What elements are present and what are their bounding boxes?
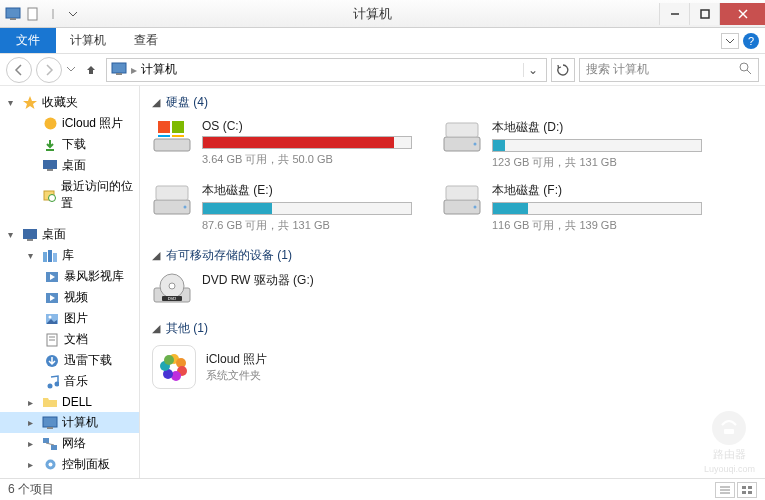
sidebar-library[interactable]: ▾ 库 [0,245,139,266]
section-other[interactable]: ◢ 其他 (1) [152,320,753,337]
expand-icon[interactable]: ▸ [28,417,38,428]
sidebar-network[interactable]: ▸ 网络 [0,433,139,454]
close-button[interactable] [719,3,765,25]
music-icon [44,374,60,390]
sidebar-fav-item[interactable]: 桌面 [0,155,139,176]
sidebar-control-panel[interactable]: ▸ 控制面板 [0,454,139,475]
drive-usage-bar [492,202,702,215]
drive-name: 本地磁盘 (D:) [492,119,702,136]
watermark: 路由器 Luyouqi.com [704,411,755,474]
download-icon [42,137,58,153]
menu-view[interactable]: 查看 [120,28,172,53]
svg-rect-36 [43,417,57,427]
download-icon [44,353,60,369]
photo-icon [42,116,58,132]
minimize-button[interactable] [659,3,689,25]
navbar: ▸ 计算机 ⌄ 搜索 计算机 [0,54,765,86]
sidebar-item-label: 音乐 [64,373,88,390]
menu-computer[interactable]: 计算机 [56,28,120,53]
sidebar-item-label: 最近访问的位置 [61,178,135,212]
svg-rect-44 [154,139,190,151]
desktop-icon [42,158,58,174]
nav-forward-button[interactable] [36,57,62,83]
help-icon[interactable]: ? [743,33,759,49]
sidebar-dell[interactable]: ▸ DELL [0,392,139,412]
dvd-icon: DVD [152,272,192,306]
svg-rect-56 [446,186,478,200]
svg-rect-38 [43,438,49,443]
computer-icon [42,415,58,431]
search-input[interactable]: 搜索 计算机 [579,58,759,82]
collapse-icon[interactable]: ▾ [8,229,18,240]
svg-rect-47 [158,135,170,137]
other-icloud-photos[interactable]: iCloud 照片 系统文件夹 [152,345,753,389]
sidebar-item-label: DELL [62,395,92,409]
breadcrumb[interactable]: ▸ 计算机 ⌄ [106,58,547,82]
sidebar-item-label: 收藏夹 [42,94,78,111]
expand-icon[interactable]: ▸ [28,459,38,470]
nav-back-button[interactable] [6,57,32,83]
drive-dvd[interactable]: DVD DVD RW 驱动器 (G:) [152,272,412,306]
qat-new-icon[interactable] [24,5,42,23]
drive-name: 本地磁盘 (F:) [492,182,702,199]
sidebar-item-label: iCloud 照片 [62,115,123,132]
svg-point-18 [48,195,55,202]
sidebar-computer[interactable]: ▸ 计算机 [0,412,139,433]
nav-up-button[interactable] [80,59,102,81]
search-icon[interactable] [739,62,752,78]
sidebar-favorites[interactable]: ▾ 收藏夹 [0,92,139,113]
expand-icon[interactable]: ▸ [28,397,38,408]
sidebar-desktop[interactable]: ▾ 桌面 [0,224,139,245]
collapse-icon[interactable]: ▾ [8,97,18,108]
sidebar-lib-item[interactable]: 迅雷下载 [0,350,139,371]
drive-free-text: 3.64 GB 可用，共 50.0 GB [202,152,412,167]
desktop-icon [22,227,38,243]
section-removable[interactable]: ◢ 有可移动存储的设备 (1) [152,247,753,264]
drive-item[interactable]: OS (C:)3.64 GB 可用，共 50.0 GB [152,119,412,170]
svg-point-69 [164,355,174,365]
sidebar-lib-item[interactable]: 暴风影视库 [0,266,139,287]
collapse-icon: ◢ [152,96,160,109]
svg-point-34 [47,383,52,388]
nav-history-dropdown-icon[interactable] [66,63,76,77]
drive-usage-bar [202,136,412,149]
svg-rect-15 [43,160,57,169]
expand-icon[interactable]: ▸ [28,438,38,449]
menu-file[interactable]: 文件 [0,28,56,53]
drive-item[interactable]: 本地磁盘 (F:)116 GB 可用，共 139 GB [442,182,702,233]
document-icon [44,332,60,348]
svg-rect-39 [51,445,57,450]
sidebar-fav-item[interactable]: 最近访问的位置 [0,176,139,214]
view-details-button[interactable] [715,482,735,498]
library-icon [42,248,58,264]
refresh-button[interactable] [551,58,575,82]
drive-item[interactable]: 本地磁盘 (D:)123 GB 可用，共 131 GB [442,119,702,170]
sidebar-lib-item[interactable]: 视频 [0,287,139,308]
recent-icon [41,187,57,203]
sidebar-fav-item[interactable]: iCloud 照片 [0,113,139,134]
svg-rect-50 [446,123,478,137]
svg-point-35 [54,381,59,386]
sidebar-lib-item[interactable]: 文档 [0,329,139,350]
breadcrumb-item[interactable]: 计算机 [141,61,177,78]
view-icons-button[interactable] [737,482,757,498]
svg-rect-19 [23,229,37,239]
sidebar-recycle[interactable]: 回收站 [0,475,139,478]
maximize-button[interactable] [689,3,719,25]
ribbon-expand-button[interactable] [721,33,739,49]
sidebar-item-label: 视频 [64,289,88,306]
sidebar-item-label: 图片 [64,310,88,327]
breadcrumb-dropdown-icon[interactable]: ⌄ [523,63,542,77]
section-hdd[interactable]: ◢ 硬盘 (4) [152,94,753,111]
statusbar: 6 个项目 [0,478,765,500]
sidebar-lib-item[interactable]: 音乐 [0,371,139,392]
drive-item[interactable]: 本地磁盘 (E:)87.6 GB 可用，共 131 GB [152,182,412,233]
qat-dropdown-icon[interactable] [64,5,82,23]
sidebar-lib-item[interactable]: 图片 [0,308,139,329]
collapse-icon[interactable]: ▾ [28,250,38,261]
network-icon [42,436,58,452]
window-title: 计算机 [86,5,659,23]
hdd-icon [442,182,482,216]
sidebar-fav-item[interactable]: 下载 [0,134,139,155]
svg-rect-20 [27,239,33,241]
